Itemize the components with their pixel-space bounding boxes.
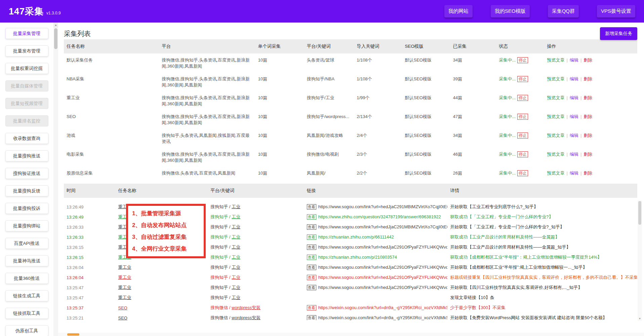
- log-url[interactable]: https://www.sogou.com/link?url=hedJjaC29…: [318, 204, 448, 209]
- log-url[interactable]: https://www.sogou.com/link?url=hedJjaC29…: [318, 265, 448, 270]
- log-scrollbar-thumb[interactable]: [638, 201, 641, 225]
- sidebar-item-link-generate-tool[interactable]: 链接生成工具: [5, 290, 48, 301]
- log-task-link[interactable]: SEO: [118, 315, 127, 321]
- log-task-link[interactable]: 重工业: [118, 265, 131, 270]
- sidebar-item-pseudo-original-tool[interactable]: 伪原创工具: [5, 325, 48, 336]
- sidebar-scrollbar[interactable]: ▲: [53, 23, 58, 336]
- log-keyword-link[interactable]: 工业: [232, 224, 240, 229]
- preview-article-link[interactable]: 预览文章: [547, 152, 565, 157]
- view-link[interactable]: 查看: [307, 224, 316, 230]
- delete-link[interactable]: 删除: [583, 95, 592, 100]
- log-keyword-link[interactable]: 工业: [232, 265, 240, 270]
- view-link[interactable]: 查看: [307, 285, 316, 290]
- promo-annotation-line: 4、全网行业文章采集: [132, 243, 204, 255]
- delete-link[interactable]: 删除: [583, 133, 592, 138]
- log-url[interactable]: https://weixin.sogou.com/link?url=dn9a_-…: [318, 315, 448, 320]
- preview-article-link[interactable]: 预览文章: [547, 58, 565, 63]
- sidebar-item-batch-sogou-push[interactable]: 批量搜狗推送: [5, 150, 48, 161]
- sidebar-item-link-grab-tool[interactable]: 链接抓取工具: [5, 308, 48, 319]
- scroll-down-arrow-icon[interactable]: ▼: [638, 317, 642, 320]
- log-keyword-link[interactable]: 工业: [232, 255, 240, 260]
- log-url[interactable]: https://www.zhihu.com/question/324787199…: [318, 214, 441, 219]
- action-separator: |: [580, 95, 581, 100]
- log-task-link[interactable]: SEO: [118, 305, 127, 310]
- sidebar-item-batch-sogou-feedback[interactable]: 批量搜狗反馈: [5, 185, 48, 196]
- log-url[interactable]: https://weixin.sogou.com/link?url=dn9a_-…: [318, 305, 448, 310]
- log-keyword-link[interactable]: 工业: [232, 285, 240, 290]
- edit-link[interactable]: 编辑: [570, 76, 578, 81]
- log-keyword-platform: 搜狗知乎 /: [210, 275, 232, 280]
- sidebar-scrollbar-thumb[interactable]: [54, 28, 57, 49]
- log-keyword-link[interactable]: 工业: [232, 245, 240, 250]
- preview-article-link[interactable]: 预览文章: [547, 114, 565, 119]
- view-link[interactable]: 查看: [307, 255, 316, 260]
- edit-link[interactable]: 编辑: [570, 133, 578, 138]
- log-keyword-link[interactable]: 工业: [232, 295, 240, 300]
- log-keyword-link[interactable]: wordpress安装: [232, 315, 260, 320]
- stop-button[interactable]: 停止: [517, 114, 528, 120]
- log-keyword-link[interactable]: 工业: [232, 234, 240, 239]
- sidebar-item-360-push[interactable]: 批量360推送: [5, 273, 48, 284]
- edit-link[interactable]: 编辑: [570, 152, 578, 157]
- horizontal-scrollbar[interactable]: [58, 333, 644, 336]
- stop-button[interactable]: 停止: [517, 76, 528, 82]
- nav-item-qq-group[interactable]: 采集QQ群: [548, 5, 579, 17]
- log-url[interactable]: https://www.sogou.com/link?url=hedJjaC29…: [318, 245, 448, 250]
- log-task-link[interactable]: 重工业: [118, 285, 131, 290]
- log-url[interactable]: https://www.sogou.com/link?url=hedJjaC29…: [318, 285, 448, 290]
- log-row: 13:25:47 重工业 搜狗知乎 / 工业 查看https://www.sog…: [64, 283, 637, 293]
- view-link[interactable]: 查看: [307, 305, 316, 310]
- delete-link[interactable]: 删除: [583, 114, 592, 119]
- stop-button[interactable]: 停止: [517, 133, 528, 139]
- log-keyword-link[interactable]: wordpress安装: [232, 305, 260, 310]
- preview-article-link[interactable]: 预览文章: [547, 171, 565, 176]
- sidebar-item-index-data-query[interactable]: 收录数据查询: [5, 133, 48, 144]
- log-url[interactable]: https://zhuanlan.zhihu.com/p/210803574: [318, 255, 397, 260]
- log-keyword-link[interactable]: 工业: [232, 214, 240, 219]
- sidebar-item-batch-sogou-complaint[interactable]: 批量搜狗投诉: [5, 203, 48, 214]
- sidebar-item-shenma-push[interactable]: 批量神马推送: [5, 255, 48, 266]
- delete-link[interactable]: 删除: [583, 58, 592, 63]
- delete-link[interactable]: 删除: [583, 76, 592, 81]
- log-task-link[interactable]: 重工业: [118, 295, 131, 300]
- log-scrollbar[interactable]: ▼: [638, 200, 642, 321]
- edit-link[interactable]: 编辑: [570, 171, 578, 176]
- edit-link[interactable]: 编辑: [570, 95, 578, 100]
- stop-button[interactable]: 停止: [517, 151, 528, 157]
- sidebar-item-weight-word-mining[interactable]: 批量权重词挖掘: [5, 63, 48, 74]
- scroll-up-arrow-icon[interactable]: ▲: [53, 23, 58, 28]
- view-link[interactable]: 查看: [307, 245, 316, 250]
- view-link[interactable]: 查看: [307, 275, 316, 280]
- view-link[interactable]: 查看: [307, 234, 316, 240]
- sidebar-item-batch-publish-manage[interactable]: 批量发布管理: [5, 45, 48, 57]
- delete-link[interactable]: 删除: [583, 152, 592, 157]
- delete-link[interactable]: 删除: [583, 171, 592, 176]
- preview-article-link[interactable]: 预览文章: [547, 133, 565, 138]
- log-url[interactable]: https://zhuanlan.zhihu.com/p/66111442: [318, 234, 394, 239]
- nav-item-vps-dial-settings[interactable]: VPS拨号设置: [597, 5, 635, 17]
- horizontal-scrollbar-thumb[interactable]: [67, 333, 79, 336]
- add-task-button[interactable]: 新增采集任务: [600, 27, 637, 40]
- preview-article-link[interactable]: 预览文章: [547, 95, 565, 100]
- nav-item-my-seo-templates[interactable]: 我的SEO模版: [491, 5, 530, 17]
- view-link[interactable]: 查看: [307, 315, 316, 320]
- log-url[interactable]: https://www.sogou.com/link?url=hedJjaC29…: [318, 224, 448, 229]
- edit-link[interactable]: 编辑: [570, 114, 578, 119]
- sidebar-item-sogou-verify-push[interactable]: 搜狗验证推送: [5, 168, 48, 179]
- sidebar-item-baidu-api-push[interactable]: 百度API推送: [5, 238, 48, 249]
- log-url[interactable]: https://www.sogou.com/link?url=hedJjaC29…: [318, 275, 448, 280]
- sidebar-item-batch-sogou-bind[interactable]: 批量搜狗绑站: [5, 220, 48, 231]
- log-keyword-link[interactable]: 工业: [232, 275, 240, 280]
- stop-button[interactable]: 停止: [517, 170, 528, 176]
- stop-button[interactable]: 停止: [517, 95, 528, 101]
- nav-item-my-sites[interactable]: 我的网站: [444, 5, 473, 17]
- view-link[interactable]: 查看: [307, 265, 316, 270]
- edit-link[interactable]: 编辑: [570, 58, 578, 63]
- sidebar-item-batch-collect-manage[interactable]: 批量采集管理: [5, 28, 48, 39]
- preview-article-link[interactable]: 预览文章: [547, 76, 565, 81]
- log-task-link[interactable]: 重工业: [118, 275, 131, 280]
- view-link[interactable]: 查看: [307, 214, 316, 220]
- log-keyword-link[interactable]: 工业: [232, 204, 240, 209]
- view-link[interactable]: 查看: [307, 204, 316, 210]
- stop-button[interactable]: 停止: [517, 57, 528, 63]
